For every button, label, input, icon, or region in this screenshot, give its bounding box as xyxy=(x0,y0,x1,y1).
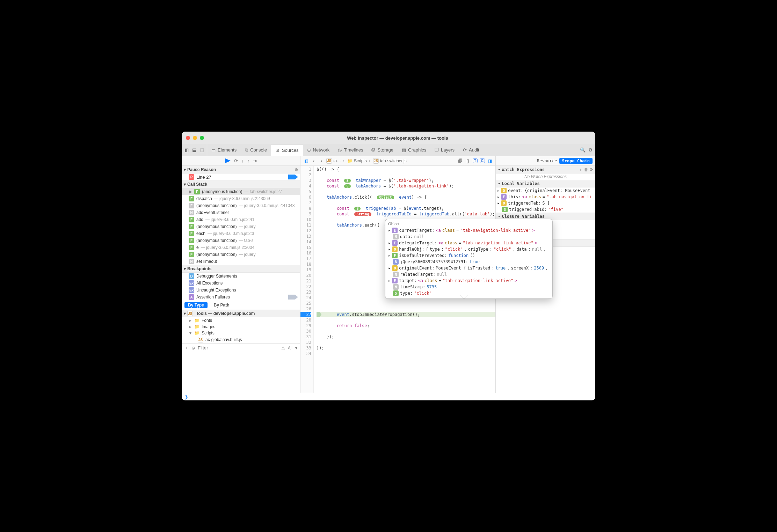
line-gutter[interactable]: 1234567891011121314151617181920212223242… xyxy=(300,166,314,393)
filter-input[interactable] xyxy=(198,345,278,350)
console-prompt[interactable]: ❯ xyxy=(182,393,595,400)
resume-icon[interactable] xyxy=(225,158,231,163)
tab-elements[interactable]: ▭Elements xyxy=(207,144,241,156)
copy-icon[interactable]: 🗐 xyxy=(457,158,463,164)
tree-file[interactable]: JSac-globalnav.built.js xyxy=(182,336,300,343)
stack-frame[interactable]: Fadd — jquery-3.6.0.min.js:2:41 xyxy=(182,216,300,223)
close-icon[interactable] xyxy=(186,136,190,140)
stack-frame[interactable]: F(anonymous function) — jquery xyxy=(182,251,300,258)
dropdown-icon[interactable]: ▾ xyxy=(295,346,297,350)
stack-frame[interactable]: Fe — jquery-3.6.0.min.js:2:3004 xyxy=(182,244,300,251)
tooltip-property[interactable]: NrelatedTarget: null xyxy=(388,271,550,278)
scope-variable[interactable]: StriggeredTabId: "five" xyxy=(496,206,595,213)
by-path-chip[interactable]: By Path xyxy=(210,302,233,308)
filter-all-label[interactable]: All xyxy=(288,346,292,350)
dock-side-icon[interactable]: ◧ xyxy=(184,147,189,153)
stack-frame[interactable]: F(anonymous function) — tab-s xyxy=(182,237,300,244)
stack-frame[interactable]: ▶F(anonymous function) — tab-switcher.js… xyxy=(182,188,300,195)
crumb-file[interactable]: JStab-switcher.js xyxy=(373,158,407,164)
tooltip-property[interactable]: Ndata: null xyxy=(388,234,550,240)
scope-chain-tab[interactable]: Scope Chain xyxy=(559,158,593,164)
breakpoint-row[interactable]: ExUncaught Exceptions xyxy=(182,287,300,294)
step-over-icon[interactable]: ⟳ xyxy=(234,158,238,163)
c-box-icon[interactable]: C xyxy=(480,158,485,163)
breakpoint-row[interactable]: DDebugger Statements xyxy=(182,273,300,280)
braces-icon[interactable]: {} xyxy=(465,158,471,164)
scope-variable[interactable]: ▸Ethis: <a class="tab-navigation-li xyxy=(496,194,595,200)
step-icon[interactable]: ⇥ xyxy=(253,158,257,163)
maximize-icon[interactable] xyxy=(200,136,204,140)
editor-panel: ◧ ‹ › JSto… 📁Scripts JStab-switcher.js 🗐… xyxy=(300,156,495,393)
frame-badge-icon: F xyxy=(189,217,194,222)
tree-folder[interactable]: ▸📁Images xyxy=(182,324,300,330)
page-icon: JS xyxy=(187,311,193,316)
breakpoint-row[interactable]: AAssertion Failures xyxy=(182,294,300,301)
right-panel-toggle-icon[interactable]: ◨ xyxy=(487,158,493,164)
crumb-root[interactable]: JSto… xyxy=(326,158,345,164)
nav-back-icon[interactable]: ‹ xyxy=(311,158,317,164)
tab-network[interactable]: ⊕Network xyxy=(303,144,334,156)
add-watch-icon[interactable]: ＋ xyxy=(579,167,583,173)
bp-arrow-icon[interactable] xyxy=(288,295,298,300)
breakpoint-row[interactable]: ExAll Exceptions xyxy=(182,280,300,287)
pause-reason-header[interactable]: ▾ Pause Reason⊕ xyxy=(182,166,300,173)
call-stack-header[interactable]: ▾ Call Stack xyxy=(182,180,300,188)
tree-folder[interactable]: ▾📁Scripts xyxy=(182,330,300,336)
dock-popout-icon[interactable]: ⬚ xyxy=(199,147,205,153)
stack-frame[interactable]: F(anonymous function) — jquery-3.6.0.min… xyxy=(182,202,300,209)
refresh-watch-icon[interactable]: ⟳ xyxy=(590,167,593,172)
tab-layers[interactable]: ❐Layers xyxy=(430,144,459,156)
crumb-folder[interactable]: 📁Scripts xyxy=(347,158,371,163)
tab-storage[interactable]: ⛁Storage xyxy=(367,144,398,156)
tab-console[interactable]: ⧉Console xyxy=(241,144,271,156)
tooltip-property[interactable]: ▸EcurrentTarget: <a class="tab-navigatio… xyxy=(388,227,550,234)
local-vars-list: ▸Oevent: {originalEvent: MouseEvent▸Ethi… xyxy=(496,187,595,213)
tooltip-property[interactable]: ▸EdelegateTarget: <a class="tab-navigati… xyxy=(388,240,550,246)
tooltip-property[interactable]: NtimeStamp: 5735 xyxy=(388,284,550,290)
stack-frame[interactable]: F(anonymous function) — jquery xyxy=(182,223,300,230)
tab-graphics[interactable]: ▧Graphics xyxy=(398,144,430,156)
tree-folder[interactable]: ▸📁Fonts xyxy=(182,317,300,324)
resources-header[interactable]: ▾ JS tools — developer.apple.com xyxy=(182,310,300,317)
scope-variable[interactable]: ▸OtriggeredTab: S [ xyxy=(496,200,595,206)
tooltip-property[interactable]: ▸FisDefaultPrevented: function() xyxy=(388,252,550,259)
frame-pointer-icon: ▶ xyxy=(189,189,192,194)
console-icon: ⧉ xyxy=(245,147,248,153)
tooltip-property[interactable]: ▸OoriginalEvent: MouseEvent {isTrusted: … xyxy=(388,265,550,271)
nav-forward-icon[interactable]: › xyxy=(319,158,324,164)
resource-tab[interactable]: Resource xyxy=(537,158,557,163)
local-vars-header[interactable]: ▾ Local Variables xyxy=(496,180,595,187)
pause-reason-row[interactable]: P Line 27 xyxy=(182,173,300,180)
watch-header[interactable]: ▾ Watch Expressions ＋ 🗑 ⟳ xyxy=(496,166,595,173)
settings-gear-icon[interactable]: ⚙ xyxy=(588,147,593,153)
minimize-icon[interactable] xyxy=(193,136,197,140)
dock-bottom-icon[interactable]: ⬓ xyxy=(191,147,197,153)
step-into-icon[interactable]: ↓ xyxy=(241,158,244,163)
tooltip-property[interactable]: ▸OhandleObj: {type: "click", origType: "… xyxy=(388,246,550,252)
add-icon[interactable]: ⊕ xyxy=(295,167,298,172)
step-out-icon[interactable]: ↑ xyxy=(247,158,250,163)
tooltip-property[interactable]: Stype: "click" xyxy=(388,290,550,296)
search-icon[interactable]: 🔍 xyxy=(580,147,586,153)
left-panel-toggle-icon[interactable]: ◧ xyxy=(303,158,309,164)
stack-frame[interactable]: NaddEventListener xyxy=(182,209,300,216)
stack-frame[interactable]: Fdispatch — jquery-3.6.0.min.js:2:43069 xyxy=(182,195,300,202)
tab-sources[interactable]: 🗎Sources xyxy=(271,144,303,156)
warning-icon[interactable]: ⚠ xyxy=(281,346,285,350)
breakpoints-list: DDebugger StatementsExAll ExceptionsExUn… xyxy=(182,273,300,301)
add-resource-icon[interactable]: ＋ xyxy=(184,345,189,351)
clear-watch-icon[interactable]: 🗑 xyxy=(584,167,588,172)
editor-toolbar: ◧ ‹ › JSto… 📁Scripts JStab-switcher.js 🗐… xyxy=(300,156,495,166)
jump-arrow-icon[interactable] xyxy=(288,175,298,179)
tooltip-property[interactable]: ▸Etarget: <a class="tab-navigation-link … xyxy=(388,278,550,284)
scope-variable[interactable]: ▸Oevent: {originalEvent: MouseEvent xyxy=(496,187,595,194)
filter-icon: ⊜ xyxy=(191,346,195,350)
tab-timelines[interactable]: ◷Timelines xyxy=(334,144,367,156)
tooltip-property[interactable]: BjQuery36008924375739412791: true xyxy=(388,259,550,265)
stack-frame[interactable]: NsetTimeout xyxy=(182,258,300,265)
breakpoints-header[interactable]: ▾ Breakpoints xyxy=(182,265,300,273)
by-type-chip[interactable]: By Type xyxy=(184,302,208,308)
tab-audit[interactable]: ⟳Audit xyxy=(459,144,484,156)
stack-frame[interactable]: Feach — jquery-3.6.0.min.js:2:3 xyxy=(182,230,300,237)
t-box-icon[interactable]: T xyxy=(473,158,478,163)
